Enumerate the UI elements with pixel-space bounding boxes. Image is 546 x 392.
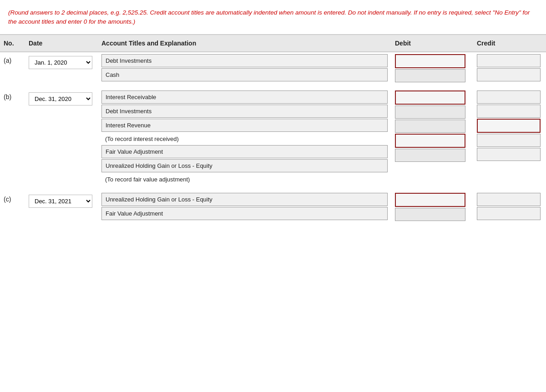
debit-input[interactable] xyxy=(395,106,465,119)
journal-table: No. Date Account Titles and Explanation … xyxy=(0,34,546,227)
account-cell xyxy=(98,191,391,224)
account-cell xyxy=(98,52,391,85)
col-header-credit: Credit xyxy=(473,35,546,52)
col-header-account: Account Titles and Explanation xyxy=(98,35,391,52)
main-table-wrapper: No. Date Account Titles and Explanation … xyxy=(0,34,546,227)
account-title-input[interactable] xyxy=(101,90,388,104)
debit-input[interactable] xyxy=(395,149,465,162)
account-title-input[interactable] xyxy=(101,54,388,67)
debit-cell xyxy=(391,191,473,224)
account-cell: (To record interest received)(To record … xyxy=(98,89,391,187)
table-row: (c)Jan. 1, 2020Dec. 31, 2020Dec. 31, 202… xyxy=(0,191,546,224)
account-title-input[interactable] xyxy=(101,159,388,172)
account-title-input[interactable] xyxy=(101,145,388,158)
col-header-date: Date xyxy=(25,35,98,52)
row-number: (c) xyxy=(0,191,25,224)
credit-input[interactable] xyxy=(477,148,541,161)
debit-input[interactable] xyxy=(395,54,465,68)
date-cell: Jan. 1, 2020Dec. 31, 2020Dec. 31, 2021 xyxy=(25,89,98,187)
credit-input[interactable] xyxy=(477,68,541,81)
date-select[interactable]: Jan. 1, 2020Dec. 31, 2020Dec. 31, 2021 xyxy=(29,92,92,106)
debit-input[interactable] xyxy=(395,69,465,82)
credit-cell xyxy=(473,89,546,187)
table-row: (a)Jan. 1, 2020Dec. 31, 2020Dec. 31, 202… xyxy=(0,52,546,85)
debit-cell xyxy=(391,89,473,187)
date-select[interactable]: Jan. 1, 2020Dec. 31, 2020Dec. 31, 2021 xyxy=(29,56,92,69)
account-title-input[interactable] xyxy=(101,68,388,81)
spacer-row xyxy=(0,224,546,227)
col-header-debit: Debit xyxy=(391,35,473,52)
table-row: (b)Jan. 1, 2020Dec. 31, 2020Dec. 31, 202… xyxy=(0,89,546,187)
row-number: (b) xyxy=(0,89,25,187)
note-text: (To record interest received) xyxy=(101,133,388,145)
debit-input[interactable] xyxy=(395,134,465,148)
credit-input[interactable] xyxy=(477,207,541,220)
row-number: (a) xyxy=(0,52,25,85)
spacer-row xyxy=(0,85,546,89)
debit-input[interactable] xyxy=(395,193,465,207)
date-cell: Jan. 1, 2020Dec. 31, 2020Dec. 31, 2021 xyxy=(25,52,98,85)
account-title-input[interactable] xyxy=(101,105,388,118)
note2-text: (To record fair value adjustment) xyxy=(101,173,388,186)
date-select[interactable]: Jan. 1, 2020Dec. 31, 2020Dec. 31, 2021 xyxy=(29,195,92,208)
date-cell: Jan. 1, 2020Dec. 31, 2020Dec. 31, 2021 xyxy=(25,191,98,224)
credit-cell xyxy=(473,52,546,85)
debit-input[interactable] xyxy=(395,90,465,105)
account-title-input[interactable] xyxy=(101,119,388,132)
account-title-input[interactable] xyxy=(101,193,388,206)
account-title-input[interactable] xyxy=(101,207,388,220)
credit-input[interactable] xyxy=(477,90,541,104)
debit-input[interactable] xyxy=(395,120,465,133)
credit-input[interactable] xyxy=(477,193,541,206)
debit-input[interactable] xyxy=(395,208,465,221)
credit-cell xyxy=(473,191,546,224)
credit-input[interactable] xyxy=(477,134,541,147)
credit-input[interactable] xyxy=(477,54,541,67)
col-header-no: No. xyxy=(0,35,25,52)
credit-input[interactable] xyxy=(477,105,541,118)
spacer-row xyxy=(0,187,546,191)
instruction-text: (Round answers to 2 decimal places, e.g.… xyxy=(0,8,546,34)
credit-input[interactable] xyxy=(477,119,541,133)
debit-cell xyxy=(391,52,473,85)
